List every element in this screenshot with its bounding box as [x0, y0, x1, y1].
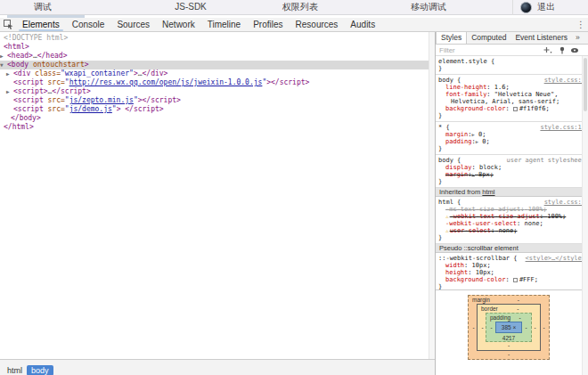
css-property[interactable]: height: 10px; [438, 269, 585, 276]
css-property-name[interactable]: -webkit-text-size-adjust [450, 213, 540, 220]
css-property[interactable]: -ms-text-size-adjust: 100%; [438, 206, 585, 213]
css-property-name[interactable]: margin [445, 171, 468, 178]
dom-tree-node[interactable]: <!DOCTYPE html> [0, 34, 429, 43]
overflow-menu-icon[interactable]: ⋮ [574, 18, 588, 31]
more-tabs-icon[interactable]: » [572, 32, 584, 44]
dom-tree-node[interactable]: <script src="http://res.wx.qq.com/open/j… [0, 78, 429, 87]
resource-link[interactable]: js/zepto.min.js [69, 96, 134, 104]
css-property-name[interactable]: user-select [450, 227, 491, 234]
scrollbar-thumb[interactable] [584, 58, 587, 111]
css-property-value[interactable]: 1.6 [494, 84, 506, 91]
css-selector[interactable]: element.style { [438, 58, 494, 65]
devtools-tab-resources[interactable]: Resources [290, 18, 345, 31]
css-property-name[interactable]: display [445, 164, 472, 171]
css-selector[interactable]: * { [438, 124, 450, 131]
css-property-value[interactable]: block [479, 164, 498, 171]
css-property[interactable]: margin:▶ 0; [438, 131, 585, 138]
resource-link[interactable]: js/demo.js [69, 105, 112, 113]
expand-value-icon[interactable]: ▶ [476, 139, 478, 144]
breadcrumb-body[interactable]: body [27, 365, 53, 375]
css-property-name[interactable]: background-color [445, 276, 505, 283]
css-selector[interactable]: body { [438, 157, 461, 164]
css-property-name[interactable]: height [445, 269, 468, 276]
box-model-padding[interactable]: padding - - 385 × 4217 - - [486, 313, 532, 342]
expand-arrow-icon[interactable]: ▶ [6, 69, 13, 78]
css-property-value[interactable]: none [525, 220, 540, 227]
css-property-name[interactable]: font-family [445, 91, 486, 98]
css-property-name[interactable]: width [445, 262, 464, 269]
eye-icon[interactable] [570, 46, 579, 54]
stylesheet-link[interactable]: style.css:12 [536, 124, 585, 131]
dom-tree-node[interactable]: ▶<head>…</head> [0, 52, 429, 61]
css-property-value[interactable]: 100% [528, 206, 543, 213]
dom-tree-node[interactable]: ▶<div class="wxapi_container">…</div> [0, 69, 429, 78]
logout-link[interactable]: 退出 [537, 0, 555, 15]
styles-filter-input[interactable]: Filter [439, 46, 455, 54]
dom-tree-node[interactable]: </body> [0, 114, 429, 123]
dom-tree-node[interactable]: ▶<script>…</script> [0, 87, 429, 96]
devtools-tab-console[interactable]: Console [66, 18, 111, 31]
padding-left-value[interactable]: - [488, 324, 494, 330]
padding-right-value[interactable]: - [523, 324, 529, 330]
nav-item-debug[interactable]: 调试 [34, 0, 52, 15]
box-model-content[interactable]: 385 × 4217 [495, 322, 522, 333]
css-property-name[interactable]: background-color [445, 105, 505, 112]
css-property-name[interactable]: padding [445, 138, 472, 145]
css-property-name[interactable]: -ms-text-size-adjust [445, 206, 520, 213]
devtools-tab-sources[interactable]: Sources [110, 18, 156, 31]
devtools-tab-elements[interactable]: Elements [16, 18, 66, 31]
nav-item-permission-list[interactable]: 权限列表 [282, 0, 318, 15]
css-property[interactable]: margin:▶ 8px; [438, 171, 585, 178]
color-swatch[interactable] [513, 278, 518, 282]
css-property[interactable]: background-color: #f1f0f6; [438, 105, 585, 112]
css-property-value[interactable]: #FFF [519, 276, 535, 283]
css-property-value[interactable]: 0 [482, 138, 486, 145]
inherited-node-link[interactable]: html [482, 188, 494, 196]
tab-computed[interactable]: Computed [467, 32, 510, 44]
breadcrumb-html[interactable]: html [3, 365, 27, 375]
css-property[interactable]: display: block; [438, 164, 585, 171]
css-property[interactable]: font-family: "Helvetica Neue", Helvetica… [438, 91, 585, 105]
border-top-value[interactable]: - [498, 305, 538, 313]
border-bottom-value[interactable]: - [479, 342, 538, 349]
css-selector[interactable]: body { [438, 77, 461, 84]
css-property-value[interactable]: 10px [476, 269, 491, 276]
border-right-value[interactable]: - [532, 324, 538, 330]
devtools-tab-profiles[interactable]: Profiles [247, 18, 289, 31]
stylesheet-link[interactable]: <style>…</style> [522, 255, 585, 262]
margin-left-value[interactable]: - [470, 324, 477, 330]
css-property-value[interactable]: 100% [547, 213, 562, 220]
css-property-name[interactable]: line-height [445, 84, 486, 91]
color-swatch[interactable] [513, 107, 518, 111]
css-property-value[interactable]: 10px [472, 262, 487, 269]
margin-bottom-value[interactable]: - [470, 351, 547, 358]
resource-link[interactable]: http://res.wx.qq.com/open/js/jweixin-1.0… [69, 78, 263, 86]
dom-tree-panel[interactable]: <!DOCTYPE html><html>▶<head>…</head>▼<bo… [0, 32, 429, 359]
dom-tree-node[interactable]: </html> [0, 123, 429, 132]
box-model-border[interactable]: border - - padding - - 385 × 421 [477, 304, 541, 351]
dom-tree-node[interactable]: <script src="js/demo.js"> </script> [0, 105, 429, 114]
nav-item-mobile-debug[interactable]: 移动调试 [411, 0, 446, 15]
tab-styles[interactable]: Styles [436, 32, 467, 44]
css-property-name[interactable]: -webkit-user-select [445, 220, 517, 227]
devtools-tab-timeline[interactable]: Timeline [201, 18, 247, 31]
tab-event-listeners[interactable]: Event Listeners [510, 32, 572, 44]
css-property[interactable]: ⚠user-select: none; [438, 227, 585, 234]
css-property-value[interactable]: 0 [478, 131, 482, 138]
css-property[interactable]: ⚠-webkit-text-size-adjust: 100%; [438, 213, 585, 220]
expand-arrow-icon[interactable]: ▶ [6, 87, 13, 96]
pin-element-states-icon[interactable] [558, 46, 567, 54]
css-property-name[interactable]: margin [445, 131, 468, 138]
box-model-margin[interactable]: margin - - border - - padding - [468, 295, 550, 360]
user-avatar[interactable] [520, 2, 532, 13]
border-left-value[interactable]: - [479, 324, 486, 330]
stylesheet-link[interactable]: style.css:1 [541, 199, 585, 206]
inspect-element-icon[interactable] [0, 18, 16, 31]
stylesheet-link[interactable]: style.css:7 [541, 77, 585, 84]
devtools-tab-audits[interactable]: Audits [344, 18, 381, 31]
devtools-tab-network[interactable]: Network [156, 18, 201, 31]
css-selector[interactable]: html { [438, 199, 461, 206]
expand-value-icon[interactable]: ▶ [472, 132, 475, 137]
elements-scrollbar[interactable] [429, 32, 435, 359]
css-property[interactable]: width: 10px; [438, 262, 585, 269]
